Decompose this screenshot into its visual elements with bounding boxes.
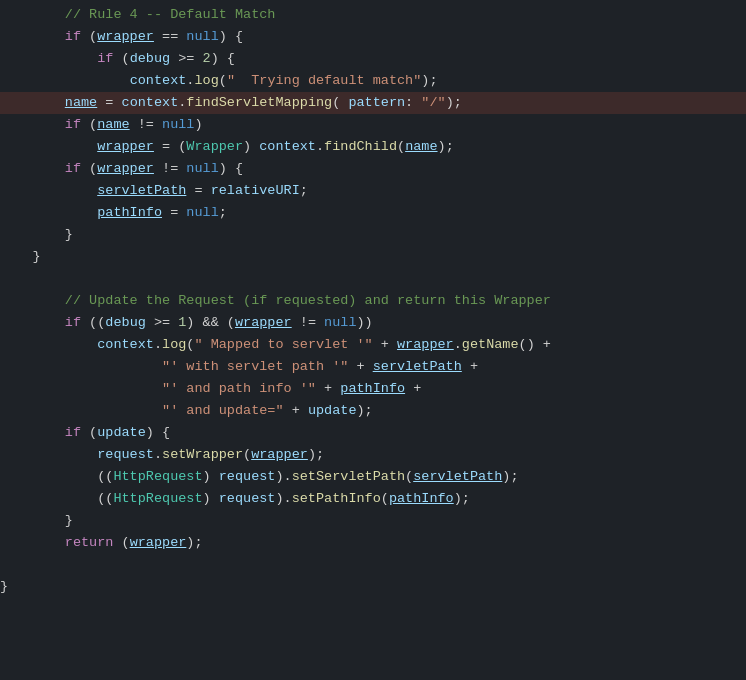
token-keyword: return <box>65 535 114 550</box>
code-line: if (update) { <box>0 422 746 444</box>
token-comment: // Rule 4 -- Default Match <box>65 7 276 22</box>
token-plain: ( <box>113 51 129 66</box>
token-null: null <box>324 315 356 330</box>
token-plain: ( <box>381 491 389 506</box>
token-plain: ); <box>421 73 437 88</box>
token-plain: ( <box>332 95 348 110</box>
token-keyword: if <box>65 117 81 132</box>
token-plain: ) { <box>211 51 235 66</box>
line-content: if (wrapper == null) { <box>0 26 730 48</box>
token-plain: (( <box>81 315 105 330</box>
line-content: if (name != null) <box>0 114 730 136</box>
token-method: setPathInfo <box>292 491 381 506</box>
code-line: ((HttpRequest) request).setServletPath(s… <box>0 466 746 488</box>
code-line: "' and path info '" + pathInfo + <box>0 378 746 400</box>
token-var: request <box>219 469 276 484</box>
token-var: relativeURI <box>211 183 300 198</box>
token-plain: (( <box>97 469 113 484</box>
token-plain: ; <box>219 205 227 220</box>
token-method: findServletMapping <box>186 95 332 110</box>
token-type: Wrapper <box>186 139 243 154</box>
token-plain: ). <box>275 469 291 484</box>
token-method: setServletPath <box>292 469 405 484</box>
line-content: request.setWrapper(wrapper); <box>0 444 730 466</box>
token-plain: ) { <box>219 29 243 44</box>
token-plain: ); <box>186 535 202 550</box>
token-plain: != <box>154 161 186 176</box>
token-plain: ). <box>275 491 291 506</box>
token-method: findChild <box>324 139 397 154</box>
token-plain: >= <box>146 315 178 330</box>
line-content: "' and path info '" + pathInfo + <box>0 378 730 400</box>
token-var-underline: wrapper <box>97 29 154 44</box>
token-plain: ) { <box>146 425 170 440</box>
token-plain: = <box>162 205 186 220</box>
token-null: null <box>162 117 194 132</box>
token-plain: ; <box>300 183 308 198</box>
code-line <box>0 268 746 290</box>
token-null: null <box>186 29 218 44</box>
token-comment: // Update the Request (if requested) and… <box>65 293 551 308</box>
code-line: } <box>0 510 746 532</box>
line-content: ((HttpRequest) request).setServletPath(s… <box>0 466 730 488</box>
token-var-underline: servletPath <box>413 469 502 484</box>
token-plain: ( <box>81 161 97 176</box>
token-plain: ); <box>308 447 324 462</box>
line-content: return (wrapper); <box>0 532 730 554</box>
code-line: if (name != null) <box>0 114 746 136</box>
code-line: if (wrapper != null) { <box>0 158 746 180</box>
token-var-underline: name <box>65 95 97 110</box>
token-number: 2 <box>203 51 211 66</box>
token-plain: . <box>154 447 162 462</box>
token-var: context <box>122 95 179 110</box>
code-editor: // Rule 4 -- Default Match if (wrapper =… <box>0 0 746 680</box>
token-plain: != <box>292 315 324 330</box>
code-line: servletPath = relativeURI; <box>0 180 746 202</box>
code-line: return (wrapper); <box>0 532 746 554</box>
token-plain: ) && ( <box>186 315 235 330</box>
code-line: wrapper = (Wrapper) context.findChild(na… <box>0 136 746 158</box>
token-var: update <box>308 403 357 418</box>
token-var-underline: servletPath <box>97 183 186 198</box>
token-plain: ) <box>203 469 219 484</box>
token-var: debug <box>130 51 171 66</box>
token-var-underline: servletPath <box>373 359 462 374</box>
token-string: "/" <box>421 95 445 110</box>
token-plain: : <box>405 95 421 110</box>
code-line: request.setWrapper(wrapper); <box>0 444 746 466</box>
token-plain: . <box>454 337 462 352</box>
token-plain: } <box>32 249 40 264</box>
token-plain: ) <box>243 139 259 154</box>
token-plain: } <box>0 579 8 594</box>
token-string: "' and update=" <box>162 403 284 418</box>
token-plain: ( <box>397 139 405 154</box>
token-method: getName <box>462 337 519 352</box>
token-plain: ( <box>81 425 97 440</box>
token-null: null <box>186 161 218 176</box>
token-method: log <box>162 337 186 352</box>
token-var-underline: wrapper <box>397 337 454 352</box>
token-type: HttpRequest <box>113 469 202 484</box>
token-plain: ); <box>438 139 454 154</box>
token-string: " Mapped to servlet '" <box>194 337 372 352</box>
token-plain: } <box>65 227 73 242</box>
token-var: debug <box>105 315 146 330</box>
token-var-underline: pathInfo <box>340 381 405 396</box>
token-plain: = <box>186 183 210 198</box>
code-line: "' and update=" + update); <box>0 400 746 422</box>
code-line: } <box>0 224 746 246</box>
token-var: context <box>97 337 154 352</box>
line-content: name = context.findServletMapping( patte… <box>0 92 730 114</box>
code-line: pathInfo = null; <box>0 202 746 224</box>
line-content: } <box>0 576 730 598</box>
token-plain: ( <box>81 29 97 44</box>
code-line: context.log(" Mapped to servlet '" + wra… <box>0 334 746 356</box>
line-content: servletPath = relativeURI; <box>0 180 730 202</box>
code-line: // Rule 4 -- Default Match <box>0 4 746 26</box>
token-var: context <box>259 139 316 154</box>
token-plain: . <box>154 337 162 352</box>
line-content: ((HttpRequest) request).setPathInfo(path… <box>0 488 730 510</box>
line-content: pathInfo = null; <box>0 202 730 224</box>
token-plain: ( <box>243 447 251 462</box>
token-plain: + <box>284 403 308 418</box>
